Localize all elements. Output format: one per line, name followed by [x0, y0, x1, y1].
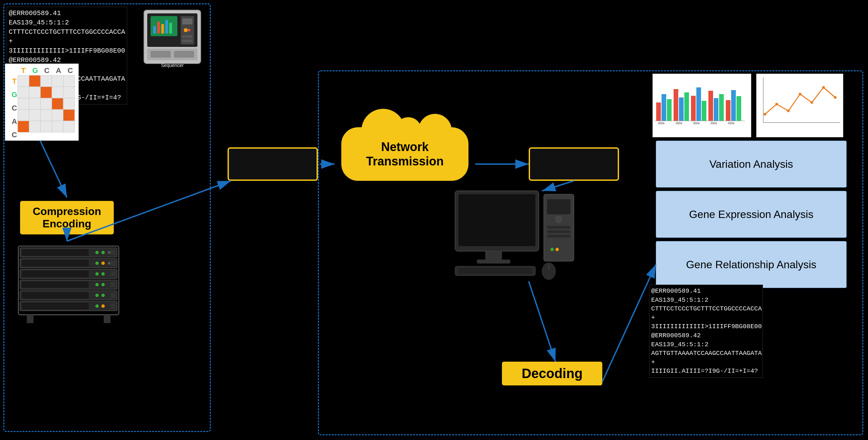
- svg-rect-85: [111, 303, 116, 309]
- svg-point-63: [101, 262, 105, 265]
- svg-rect-108: [674, 89, 678, 121]
- dna-line-1: @ERR000589.41 EAS139_45:5:1:2: [9, 9, 125, 27]
- svg-rect-94: [547, 199, 570, 214]
- svg-point-95: [555, 216, 562, 223]
- svg-rect-117: [726, 100, 731, 121]
- svg-point-132: [810, 101, 813, 104]
- svg-text:C: C: [12, 130, 17, 139]
- matrix-image: T G C A C T G C A C: [5, 64, 79, 141]
- svg-rect-109: [679, 97, 684, 121]
- line-chart-container: [756, 74, 843, 137]
- svg-point-62: [95, 262, 99, 265]
- svg-rect-65: [111, 261, 116, 266]
- svg-rect-50: [29, 121, 40, 132]
- svg-rect-96: [547, 226, 570, 229]
- dna-b-line-8: IIIIGII.AIIII=?I9G-/II=+I=4?: [651, 367, 761, 376]
- decoding-label: Decoding: [502, 362, 602, 385]
- svg-rect-98: [547, 235, 570, 237]
- svg-point-133: [822, 86, 825, 89]
- dna-line-4: 3IIIIIIIIIIIII>1IIIFF9BG08E00: [9, 46, 125, 56]
- svg-rect-107: [667, 99, 672, 121]
- svg-rect-29: [18, 75, 29, 87]
- svg-text:data: data: [676, 121, 682, 124]
- gene-relationship-panel: Gene Relationship Analysis: [656, 241, 846, 288]
- svg-rect-70: [111, 271, 116, 276]
- svg-rect-102: [458, 268, 532, 274]
- svg-point-58: [108, 251, 111, 254]
- svg-point-74: [101, 283, 105, 286]
- svg-point-134: [834, 96, 837, 99]
- svg-rect-41: [40, 98, 52, 110]
- svg-text:data: data: [693, 121, 700, 124]
- svg-rect-91: [485, 251, 502, 260]
- svg-rect-7: [169, 23, 172, 33]
- svg-rect-77: [22, 292, 89, 299]
- svg-text:T: T: [21, 66, 26, 75]
- svg-rect-44: [18, 110, 29, 121]
- svg-rect-116: [719, 94, 724, 121]
- svg-rect-55: [22, 249, 89, 256]
- gene-expression-label: Gene Expression Analysis: [689, 208, 813, 221]
- variation-analysis-label: Variation Analysis: [709, 158, 793, 171]
- svg-rect-118: [731, 90, 736, 121]
- dna-b-line-1: @ERR000589.41 EAS139_45:5:1:2: [651, 287, 761, 304]
- svg-rect-111: [691, 96, 696, 121]
- svg-point-130: [787, 110, 790, 112]
- svg-rect-6: [165, 20, 168, 33]
- svg-rect-39: [18, 98, 29, 110]
- decoded-box: [529, 147, 619, 181]
- svg-text:C: C: [68, 66, 73, 75]
- svg-text:Sequencer: Sequencer: [161, 63, 184, 68]
- svg-point-69: [101, 272, 105, 275]
- svg-point-129: [775, 103, 778, 106]
- svg-point-84: [101, 304, 105, 308]
- dna-b-line-4: 3IIIIIIIIIIIII>1IIIFF9BG08E00: [651, 322, 761, 331]
- svg-rect-42: [52, 98, 63, 110]
- svg-rect-32: [52, 75, 63, 87]
- svg-rect-47: [52, 110, 63, 121]
- svg-rect-48: [63, 110, 74, 121]
- dna-b-line-2: CTTTCCTCCCTGCTTTCCTGGCCCCACCA: [651, 304, 761, 314]
- main-container: @ERR000589.41 EAS139_45:5:1:2 CTTTCCTCCC…: [0, 0, 868, 440]
- svg-point-68: [95, 272, 99, 275]
- svg-rect-4: [157, 22, 160, 33]
- svg-rect-67: [22, 270, 89, 277]
- svg-text:data: data: [728, 121, 735, 124]
- svg-point-131: [799, 93, 801, 95]
- svg-point-57: [101, 251, 105, 254]
- svg-rect-80: [111, 293, 116, 298]
- svg-rect-40: [29, 98, 40, 110]
- svg-rect-35: [29, 87, 40, 98]
- svg-rect-38: [63, 87, 74, 98]
- svg-rect-59: [111, 250, 116, 255]
- svg-rect-106: [661, 94, 666, 121]
- dna-b-line-6: AGTTGTTAAAATCCAAGCCAATTAAGATA: [651, 349, 761, 358]
- svg-text:A: A: [12, 117, 17, 125]
- dna-b-line-3: +: [651, 314, 761, 322]
- dna-line-3: +: [9, 37, 125, 46]
- svg-rect-90: [458, 194, 535, 246]
- gene-expression-panel: Gene Expression Analysis: [656, 191, 846, 238]
- dna-line-2: CTTTCCTCCCTGCTTTCCTGGCCCCACCA: [9, 27, 125, 37]
- svg-rect-105: [656, 102, 661, 121]
- svg-rect-87: [27, 315, 33, 323]
- svg-text:C: C: [12, 104, 17, 112]
- svg-rect-13: [182, 39, 192, 42]
- svg-rect-52: [52, 121, 63, 132]
- svg-point-10: [184, 28, 188, 32]
- dna-b-line-7: +: [651, 358, 761, 367]
- variation-analysis-panel: Variation Analysis: [656, 141, 846, 187]
- svg-rect-82: [22, 303, 89, 310]
- svg-text:G: G: [11, 90, 17, 99]
- svg-rect-61: [22, 260, 89, 267]
- svg-rect-46: [40, 110, 52, 121]
- svg-rect-110: [684, 92, 689, 121]
- svg-text:data: data: [710, 121, 717, 124]
- bar-chart-container: data data data data data: [652, 74, 751, 137]
- svg-point-64: [108, 262, 111, 265]
- svg-rect-5: [161, 24, 164, 33]
- network-cloud: NetworkTransmission: [335, 127, 475, 181]
- svg-rect-88: [104, 315, 111, 323]
- svg-rect-15: [151, 51, 170, 58]
- svg-rect-45: [29, 110, 40, 121]
